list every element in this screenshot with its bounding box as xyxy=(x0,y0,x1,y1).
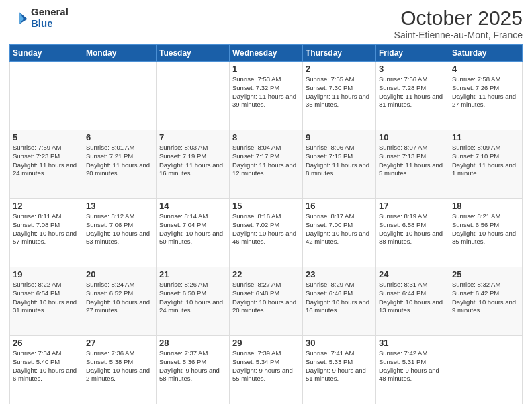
day-cell: 30Sunrise: 7:41 AM Sunset: 5:33 PM Dayli… xyxy=(303,336,376,404)
day-number: 18 xyxy=(452,201,519,211)
day-info: Sunrise: 8:14 AM Sunset: 7:04 PM Dayligh… xyxy=(159,212,226,246)
day-number: 23 xyxy=(306,269,373,279)
day-number: 13 xyxy=(86,201,153,211)
day-cell: 21Sunrise: 8:26 AM Sunset: 6:50 PM Dayli… xyxy=(157,267,230,336)
day-info: Sunrise: 7:36 AM Sunset: 5:38 PM Dayligh… xyxy=(86,349,153,383)
logo-text: General Blue xyxy=(31,7,69,29)
day-info: Sunrise: 7:37 AM Sunset: 5:36 PM Dayligh… xyxy=(159,349,226,383)
page: General Blue October 2025 Saint-Etienne-… xyxy=(0,0,532,411)
day-cell xyxy=(83,62,157,130)
day-cell: 31Sunrise: 7:42 AM Sunset: 5:31 PM Dayli… xyxy=(376,336,449,404)
day-cell: 17Sunrise: 8:19 AM Sunset: 6:58 PM Dayli… xyxy=(376,199,449,267)
day-info: Sunrise: 7:59 AM Sunset: 7:23 PM Dayligh… xyxy=(13,144,80,178)
day-info: Sunrise: 8:03 AM Sunset: 7:19 PM Dayligh… xyxy=(159,144,226,178)
day-number: 9 xyxy=(306,132,373,142)
logo: General Blue xyxy=(9,7,69,29)
day-cell: 12Sunrise: 8:11 AM Sunset: 7:08 PM Dayli… xyxy=(10,199,83,267)
day-number: 4 xyxy=(452,64,519,74)
col-thursday: Thursday xyxy=(303,45,376,62)
day-cell: 29Sunrise: 7:39 AM Sunset: 5:34 PM Dayli… xyxy=(230,336,303,404)
day-number: 14 xyxy=(159,201,226,211)
day-number: 10 xyxy=(379,132,446,142)
day-cell: 7Sunrise: 8:03 AM Sunset: 7:19 PM Daylig… xyxy=(157,130,230,199)
day-cell: 24Sunrise: 8:31 AM Sunset: 6:44 PM Dayli… xyxy=(376,267,449,336)
day-number: 8 xyxy=(232,132,300,142)
day-info: Sunrise: 8:04 AM Sunset: 7:17 PM Dayligh… xyxy=(232,144,300,178)
day-cell: 25Sunrise: 8:32 AM Sunset: 6:42 PM Dayli… xyxy=(449,267,523,336)
day-cell xyxy=(10,62,83,130)
day-number: 12 xyxy=(13,201,80,211)
day-info: Sunrise: 7:39 AM Sunset: 5:34 PM Dayligh… xyxy=(232,349,300,383)
col-friday: Friday xyxy=(376,45,449,62)
subtitle: Saint-Etienne-au-Mont, France xyxy=(394,30,523,40)
day-number: 24 xyxy=(379,269,446,279)
day-cell: 2Sunrise: 7:55 AM Sunset: 7:30 PM Daylig… xyxy=(303,62,376,130)
day-cell: 20Sunrise: 8:24 AM Sunset: 6:52 PM Dayli… xyxy=(83,267,157,336)
week-row-4: 19Sunrise: 8:22 AM Sunset: 6:54 PM Dayli… xyxy=(10,267,523,336)
day-info: Sunrise: 8:07 AM Sunset: 7:13 PM Dayligh… xyxy=(379,144,446,178)
logo-blue: Blue xyxy=(31,18,69,30)
day-info: Sunrise: 7:41 AM Sunset: 5:33 PM Dayligh… xyxy=(306,349,373,383)
day-info: Sunrise: 8:24 AM Sunset: 6:52 PM Dayligh… xyxy=(86,281,153,315)
day-cell: 16Sunrise: 8:17 AM Sunset: 7:00 PM Dayli… xyxy=(303,199,376,267)
day-info: Sunrise: 7:55 AM Sunset: 7:30 PM Dayligh… xyxy=(306,75,373,109)
day-info: Sunrise: 8:17 AM Sunset: 7:00 PM Dayligh… xyxy=(306,212,373,246)
col-sunday: Sunday xyxy=(10,45,83,62)
day-info: Sunrise: 8:19 AM Sunset: 6:58 PM Dayligh… xyxy=(379,212,446,246)
day-info: Sunrise: 7:34 AM Sunset: 5:40 PM Dayligh… xyxy=(13,349,80,383)
day-cell: 28Sunrise: 7:37 AM Sunset: 5:36 PM Dayli… xyxy=(157,336,230,404)
day-cell: 3Sunrise: 7:56 AM Sunset: 7:28 PM Daylig… xyxy=(376,62,449,130)
day-cell: 10Sunrise: 8:07 AM Sunset: 7:13 PM Dayli… xyxy=(376,130,449,199)
header: General Blue October 2025 Saint-Etienne-… xyxy=(9,7,523,40)
col-tuesday: Tuesday xyxy=(157,45,230,62)
day-cell: 1Sunrise: 7:53 AM Sunset: 7:32 PM Daylig… xyxy=(230,62,303,130)
day-info: Sunrise: 8:01 AM Sunset: 7:21 PM Dayligh… xyxy=(86,144,153,178)
day-number: 11 xyxy=(452,132,519,142)
logo-icon xyxy=(9,9,28,28)
day-cell: 22Sunrise: 8:27 AM Sunset: 6:48 PM Dayli… xyxy=(230,267,303,336)
day-number: 5 xyxy=(13,132,80,142)
col-saturday: Saturday xyxy=(449,45,523,62)
day-info: Sunrise: 7:58 AM Sunset: 7:26 PM Dayligh… xyxy=(452,75,519,109)
day-info: Sunrise: 8:27 AM Sunset: 6:48 PM Dayligh… xyxy=(232,281,300,315)
day-number: 16 xyxy=(306,201,373,211)
day-number: 26 xyxy=(13,338,80,348)
day-info: Sunrise: 8:26 AM Sunset: 6:50 PM Dayligh… xyxy=(159,281,226,315)
day-info: Sunrise: 7:53 AM Sunset: 7:32 PM Dayligh… xyxy=(232,75,300,109)
day-number: 28 xyxy=(159,338,226,348)
day-info: Sunrise: 8:31 AM Sunset: 6:44 PM Dayligh… xyxy=(379,281,446,315)
day-info: Sunrise: 8:09 AM Sunset: 7:10 PM Dayligh… xyxy=(452,144,519,178)
day-cell: 23Sunrise: 8:29 AM Sunset: 6:46 PM Dayli… xyxy=(303,267,376,336)
day-cell: 18Sunrise: 8:21 AM Sunset: 6:56 PM Dayli… xyxy=(449,199,523,267)
day-number: 31 xyxy=(379,338,446,348)
day-info: Sunrise: 7:56 AM Sunset: 7:28 PM Dayligh… xyxy=(379,75,446,109)
main-title: October 2025 xyxy=(394,7,523,30)
day-number: 21 xyxy=(159,269,226,279)
calendar-table: Sunday Monday Tuesday Wednesday Thursday… xyxy=(9,44,523,404)
day-number: 2 xyxy=(306,64,373,74)
day-number: 17 xyxy=(379,201,446,211)
day-number: 20 xyxy=(86,269,153,279)
day-number: 30 xyxy=(306,338,373,348)
day-number: 25 xyxy=(452,269,519,279)
week-row-2: 5Sunrise: 7:59 AM Sunset: 7:23 PM Daylig… xyxy=(10,130,523,199)
day-cell: 9Sunrise: 8:06 AM Sunset: 7:15 PM Daylig… xyxy=(303,130,376,199)
day-cell: 4Sunrise: 7:58 AM Sunset: 7:26 PM Daylig… xyxy=(449,62,523,130)
day-number: 27 xyxy=(86,338,153,348)
day-cell xyxy=(449,336,523,404)
day-cell: 19Sunrise: 8:22 AM Sunset: 6:54 PM Dayli… xyxy=(10,267,83,336)
day-info: Sunrise: 8:16 AM Sunset: 7:02 PM Dayligh… xyxy=(232,212,300,246)
day-number: 3 xyxy=(379,64,446,74)
day-cell: 6Sunrise: 8:01 AM Sunset: 7:21 PM Daylig… xyxy=(83,130,157,199)
day-cell: 15Sunrise: 8:16 AM Sunset: 7:02 PM Dayli… xyxy=(230,199,303,267)
day-info: Sunrise: 8:06 AM Sunset: 7:15 PM Dayligh… xyxy=(306,144,373,178)
title-block: October 2025 Saint-Etienne-au-Mont, Fran… xyxy=(394,7,523,40)
day-info: Sunrise: 8:32 AM Sunset: 6:42 PM Dayligh… xyxy=(452,281,519,315)
day-cell: 13Sunrise: 8:12 AM Sunset: 7:06 PM Dayli… xyxy=(83,199,157,267)
day-info: Sunrise: 7:42 AM Sunset: 5:31 PM Dayligh… xyxy=(379,349,446,383)
day-number: 29 xyxy=(232,338,300,348)
day-number: 19 xyxy=(13,269,80,279)
day-number: 15 xyxy=(232,201,300,211)
day-info: Sunrise: 8:12 AM Sunset: 7:06 PM Dayligh… xyxy=(86,212,153,246)
day-cell: 8Sunrise: 8:04 AM Sunset: 7:17 PM Daylig… xyxy=(230,130,303,199)
